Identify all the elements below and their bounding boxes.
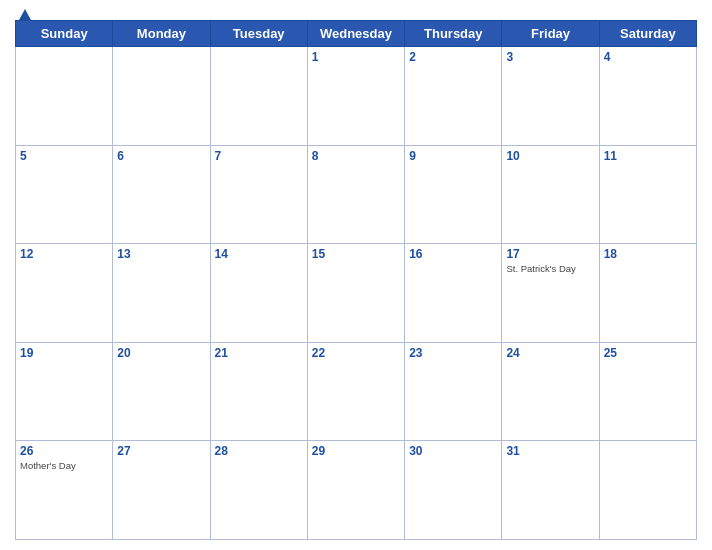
day-number: 1 — [312, 50, 400, 64]
generalblue-logo — [15, 9, 31, 20]
calendar-cell: 7 — [210, 145, 307, 244]
day-number: 29 — [312, 444, 400, 458]
calendar-week-row: 26Mother's Day2728293031 — [16, 441, 697, 540]
calendar-table: SundayMondayTuesdayWednesdayThursdayFrid… — [15, 20, 697, 540]
weekday-header-monday: Monday — [113, 21, 210, 47]
logo-blue-text — [15, 9, 31, 20]
day-number: 16 — [409, 247, 497, 261]
day-number: 11 — [604, 149, 692, 163]
calendar-cell: 17St. Patrick's Day — [502, 244, 599, 343]
weekday-header-row: SundayMondayTuesdayWednesdayThursdayFrid… — [16, 21, 697, 47]
calendar-cell: 22 — [307, 342, 404, 441]
calendar-cell: 31 — [502, 441, 599, 540]
weekday-header-thursday: Thursday — [405, 21, 502, 47]
day-number: 4 — [604, 50, 692, 64]
calendar-cell — [210, 47, 307, 146]
day-number: 24 — [506, 346, 594, 360]
calendar-cell: 14 — [210, 244, 307, 343]
calendar-cell: 1 — [307, 47, 404, 146]
calendar-cell: 5 — [16, 145, 113, 244]
day-number: 9 — [409, 149, 497, 163]
day-number: 21 — [215, 346, 303, 360]
day-number: 14 — [215, 247, 303, 261]
calendar-cell: 13 — [113, 244, 210, 343]
day-number: 10 — [506, 149, 594, 163]
calendar-cell: 4 — [599, 47, 696, 146]
weekday-header-saturday: Saturday — [599, 21, 696, 47]
day-number: 25 — [604, 346, 692, 360]
weekday-header-sunday: Sunday — [16, 21, 113, 47]
day-number: 23 — [409, 346, 497, 360]
calendar-cell: 28 — [210, 441, 307, 540]
day-number: 12 — [20, 247, 108, 261]
calendar-week-row: 1234 — [16, 47, 697, 146]
day-number: 18 — [604, 247, 692, 261]
day-number: 2 — [409, 50, 497, 64]
weekday-header-wednesday: Wednesday — [307, 21, 404, 47]
calendar-cell: 3 — [502, 47, 599, 146]
day-number: 7 — [215, 149, 303, 163]
calendar-cell: 27 — [113, 441, 210, 540]
holiday-label: Mother's Day — [20, 460, 108, 471]
day-number: 30 — [409, 444, 497, 458]
calendar-cell: 21 — [210, 342, 307, 441]
calendar-cell: 16 — [405, 244, 502, 343]
calendar-cell: 26Mother's Day — [16, 441, 113, 540]
calendar-cell: 18 — [599, 244, 696, 343]
calendar-body: 1234567891011121314151617St. Patrick's D… — [16, 47, 697, 540]
calendar-cell: 8 — [307, 145, 404, 244]
calendar-cell: 2 — [405, 47, 502, 146]
logo-triangle-icon — [19, 9, 31, 20]
calendar-cell: 23 — [405, 342, 502, 441]
calendar-week-row: 121314151617St. Patrick's Day18 — [16, 244, 697, 343]
calendar-cell: 11 — [599, 145, 696, 244]
day-number: 3 — [506, 50, 594, 64]
calendar-cell: 29 — [307, 441, 404, 540]
day-number: 5 — [20, 149, 108, 163]
day-number: 26 — [20, 444, 108, 458]
day-number: 22 — [312, 346, 400, 360]
day-number: 28 — [215, 444, 303, 458]
calendar-cell: 9 — [405, 145, 502, 244]
day-number: 19 — [20, 346, 108, 360]
weekday-header-friday: Friday — [502, 21, 599, 47]
calendar-cell: 25 — [599, 342, 696, 441]
day-number: 6 — [117, 149, 205, 163]
calendar-cell: 24 — [502, 342, 599, 441]
day-number: 13 — [117, 247, 205, 261]
day-number: 17 — [506, 247, 594, 261]
calendar-cell — [16, 47, 113, 146]
day-number: 27 — [117, 444, 205, 458]
calendar-cell: 30 — [405, 441, 502, 540]
holiday-label: St. Patrick's Day — [506, 263, 594, 274]
calendar-cell: 19 — [16, 342, 113, 441]
calendar-cell: 20 — [113, 342, 210, 441]
calendar-cell — [599, 441, 696, 540]
calendar-cell — [113, 47, 210, 146]
calendar-cell: 15 — [307, 244, 404, 343]
calendar-cell: 6 — [113, 145, 210, 244]
day-number: 20 — [117, 346, 205, 360]
day-number: 8 — [312, 149, 400, 163]
calendar-cell: 10 — [502, 145, 599, 244]
day-number: 31 — [506, 444, 594, 458]
calendar-week-row: 19202122232425 — [16, 342, 697, 441]
weekday-header-tuesday: Tuesday — [210, 21, 307, 47]
calendar-cell: 12 — [16, 244, 113, 343]
day-number: 15 — [312, 247, 400, 261]
calendar-week-row: 567891011 — [16, 145, 697, 244]
